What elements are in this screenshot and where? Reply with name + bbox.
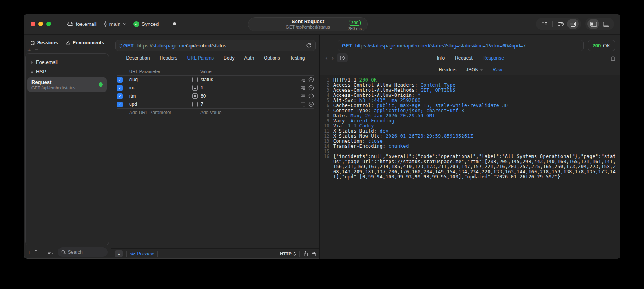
share-request-button[interactable] — [303, 251, 308, 256]
tab-headers[interactable]: Headers — [159, 55, 177, 61]
param-name-field[interactable]: slug — [129, 77, 192, 82]
param-name-field[interactable]: upd — [129, 102, 192, 107]
format-lines-icon[interactable] — [301, 102, 306, 107]
tab-sessions[interactable]: Sessions — [30, 40, 58, 45]
request-name: Request — [31, 79, 103, 85]
response-status-box: 200 OK — [588, 40, 615, 51]
remove-param-button[interactable] — [308, 93, 314, 99]
add-param-value-field[interactable]: Add Value — [200, 110, 222, 115]
url-params-table: URL Parameter Value ✓ slug = status — [111, 65, 319, 248]
tab-info[interactable]: Info — [437, 55, 445, 61]
tab-testing[interactable]: Testing — [290, 55, 305, 61]
url-scheme: https:// — [137, 43, 153, 49]
export-lines-icon — [541, 22, 548, 27]
param-checkbox[interactable]: ✓ — [117, 77, 123, 83]
add-param-name-field[interactable]: Add URL Parameter — [129, 110, 199, 115]
request-summary-pill[interactable]: Sent Request GET /api/embed/status 200 2… — [248, 17, 368, 31]
remove-session-button[interactable]: − — [35, 47, 38, 53]
send-request-button[interactable] — [306, 43, 312, 48]
remove-param-button[interactable] — [308, 85, 314, 91]
add-request-button[interactable]: + — [27, 249, 31, 256]
format-lines-icon[interactable] — [301, 78, 306, 82]
param-checkbox[interactable]: ✓ — [117, 85, 123, 91]
tab-response[interactable]: Response — [483, 55, 504, 61]
sidebar-search[interactable] — [58, 247, 108, 257]
sort-filter-button[interactable] — [48, 250, 54, 254]
header-name: Access-Control-Allow-Headers — [333, 82, 418, 88]
column-header-value: Value — [200, 69, 212, 74]
tab-auth[interactable]: Auth — [244, 55, 254, 61]
sync-status[interactable]: ✓ Synced — [133, 21, 159, 27]
remove-param-button[interactable] — [308, 102, 314, 107]
header-value: public, max-age=15, stale-while-revalida… — [377, 103, 508, 108]
line-number: 16 — [323, 154, 330, 180]
equals-icon: = — [192, 102, 198, 107]
import-box-button[interactable] — [567, 19, 579, 29]
code-icon: </> — [130, 252, 135, 256]
param-checkbox[interactable]: ✓ — [117, 93, 123, 99]
tab-environments-label: Environments — [73, 40, 104, 45]
tab-options[interactable]: Options — [264, 55, 280, 61]
refresh-icon — [306, 43, 312, 48]
param-value-field[interactable]: status — [201, 77, 301, 82]
tab-environments[interactable]: Environments — [66, 40, 104, 45]
subtab-headers[interactable]: Headers — [439, 67, 456, 73]
project-switcher[interactable]: foe.email — [67, 21, 97, 27]
close-window-button[interactable] — [31, 22, 35, 26]
add-session-button[interactable]: + — [27, 47, 31, 53]
remove-param-button[interactable] — [308, 77, 314, 82]
environments-icon — [66, 40, 71, 45]
preview-button[interactable]: </> Preview — [130, 251, 154, 256]
tab-description[interactable]: Description — [126, 55, 150, 61]
param-value-field[interactable]: 7 — [201, 102, 301, 107]
param-checkbox[interactable]: ✓ — [117, 102, 123, 107]
search-input[interactable] — [68, 249, 99, 255]
header-value: Accept-Encoding — [351, 118, 394, 124]
header-name: Via — [333, 123, 345, 129]
sidebar-request-item-selected[interactable]: Request GET /api/embed/status — [27, 77, 107, 92]
export-lines-button[interactable] — [538, 19, 550, 29]
subtab-raw[interactable]: Raw — [493, 67, 502, 73]
branch-selector[interactable]: main — [104, 21, 126, 27]
layout-sidebar-button[interactable] — [587, 19, 599, 29]
url-path: /api/embed/status — [186, 43, 226, 49]
request-url-bar[interactable]: GET https://statuspage.me/api/embed/stat… — [115, 40, 316, 51]
tab-body[interactable]: Body — [224, 55, 234, 61]
equals-icon: = — [192, 77, 198, 82]
sync-status-label: Synced — [142, 21, 159, 27]
response-raw-console[interactable]: 1 HTTP/1.1 200 OK 2 Access-Control-Allow… — [320, 75, 620, 259]
zoom-window-button[interactable] — [46, 22, 51, 26]
collapse-panel-button[interactable]: ▲ — [115, 250, 123, 257]
method-selector[interactable]: GET — [123, 43, 134, 49]
param-name-field[interactable]: rtm — [129, 93, 192, 99]
loop-button[interactable] — [555, 19, 566, 29]
format-lines-icon[interactable] — [301, 86, 306, 90]
cloud-icon — [67, 22, 73, 26]
sent-request-url-box[interactable]: GET https://statuspage.me/api/embed/stat… — [338, 40, 584, 51]
param-value-field[interactable]: 1 — [201, 85, 301, 91]
response-body-line: 16 {"incidents":null,"overall":{"code":"… — [323, 154, 617, 180]
status-badge: 200 — [349, 20, 361, 26]
export-response-button[interactable] — [611, 55, 615, 61]
param-name-field[interactable]: inc — [129, 85, 192, 91]
tree-item-hsp[interactable]: HSP — [26, 67, 109, 76]
new-folder-button[interactable] — [35, 250, 40, 254]
lock-button[interactable] — [312, 251, 316, 256]
tree-item-foe-email[interactable]: Foe.email — [26, 58, 109, 67]
response-header-line: 14 Transfer-Encoding chunked — [323, 144, 617, 149]
format-lines-icon[interactable] — [301, 94, 306, 98]
subtab-json[interactable]: JSON — [466, 67, 483, 73]
minimize-window-button[interactable] — [38, 22, 43, 26]
header-value: application/json; charset=utf-8 — [374, 108, 464, 113]
toolbar-group-layout — [585, 18, 614, 30]
tab-url-params[interactable]: URL Params — [187, 55, 214, 61]
protocol-selector[interactable]: HTTP — [280, 251, 296, 256]
header-name: X-Status-Now-Utc — [333, 133, 383, 139]
response-panel: GET https://statuspage.me/api/embed/stat… — [320, 35, 620, 259]
param-value-field[interactable]: 60 — [201, 93, 301, 99]
layout-bottombar-button[interactable] — [600, 19, 612, 29]
tab-request[interactable]: Request — [455, 55, 473, 61]
header-value: GET, OPTIONS — [421, 87, 456, 93]
param-row: ✓ rtm = 60 — [117, 92, 314, 100]
request-footer-bar: ▲ </> Preview HTTP — [111, 248, 319, 259]
